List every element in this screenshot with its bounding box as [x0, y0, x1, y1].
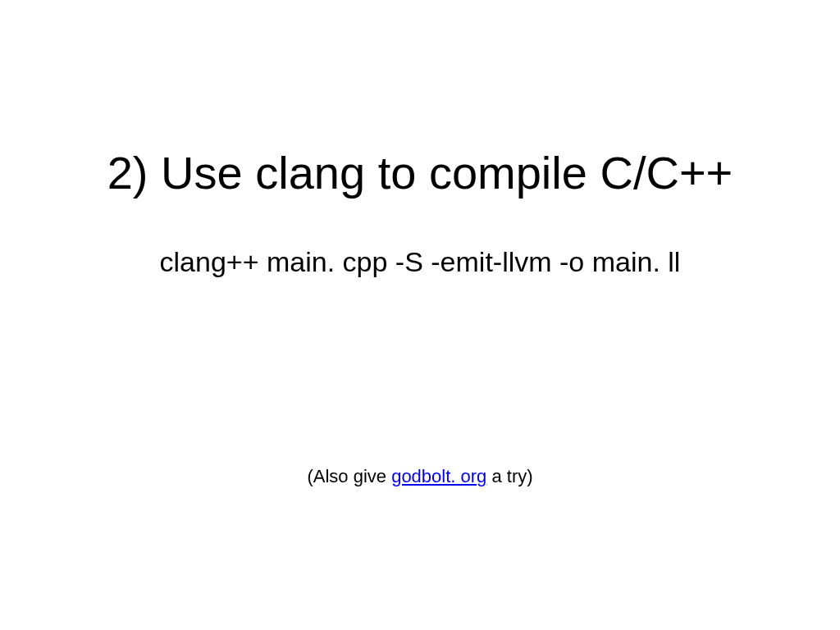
godbolt-link[interactable]: godbolt. org — [391, 466, 486, 486]
footnote: (Also give godbolt. org a try) — [0, 466, 840, 487]
footnote-prefix: (Also give — [307, 466, 391, 486]
slide-title: 2) Use clang to compile C/C++ — [0, 146, 840, 199]
footnote-suffix: a try) — [486, 466, 532, 486]
command-line: clang++ main. cpp -S -emit-llvm -o main.… — [0, 246, 840, 278]
slide-container: 2) Use clang to compile C/C++ clang++ ma… — [0, 0, 840, 630]
